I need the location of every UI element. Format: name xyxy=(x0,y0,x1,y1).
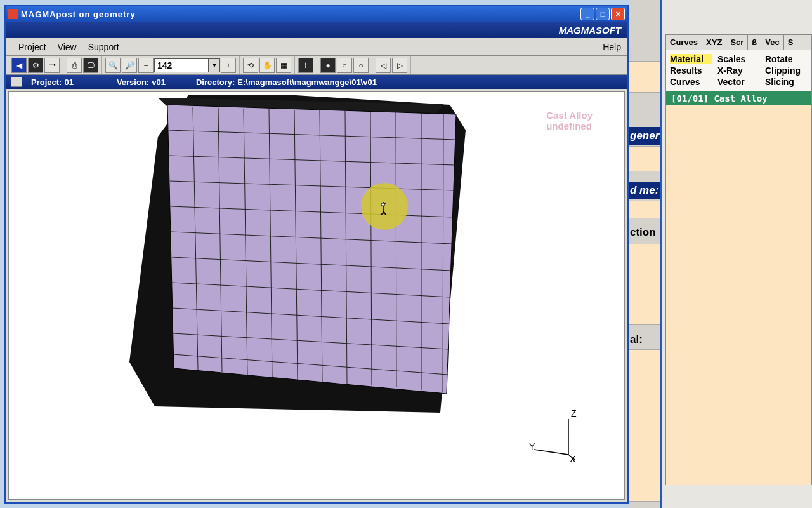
grid-material[interactable]: Material xyxy=(670,54,712,64)
directory-label: Directory: xyxy=(196,77,235,87)
tab-scr[interactable]: Scr xyxy=(726,35,748,50)
menu-help[interactable]: Help xyxy=(603,42,621,52)
zoom-dropdown[interactable]: ▼ xyxy=(209,58,220,72)
material-legend: Cast Alloy undefined xyxy=(546,110,593,131)
main-window: MAGMApost on geometry _ □ ✕ MAGMASOFT Pr… xyxy=(4,5,629,504)
grid-curves[interactable]: Curves xyxy=(670,77,712,87)
svg-line-26 xyxy=(534,450,568,455)
panel-tabs: Curves XYZ Scr ß Vec S xyxy=(666,35,811,50)
axis-z-label: Z xyxy=(571,410,577,418)
menu-view[interactable]: View xyxy=(58,42,77,52)
menubar: Project View Support Help xyxy=(6,38,627,56)
list-item-cast-alloy[interactable]: [01/01] Cast Alloy xyxy=(666,91,811,105)
viewport-container: Cast Alloy undefined Z Y X xyxy=(6,89,627,502)
window-title: MAGMApost on geometry xyxy=(21,10,580,19)
circle-icon[interactable]: ○ xyxy=(353,58,369,73)
door-icon[interactable]: ◀ xyxy=(11,58,27,73)
menu-support[interactable]: Support xyxy=(88,42,119,52)
tab-curves[interactable]: Curves xyxy=(666,35,702,50)
panel-button-grid: Material Scales Rotate Results X-Ray Cli… xyxy=(666,50,811,91)
gear-icon[interactable]: ⚙ xyxy=(28,58,43,73)
hex-icon[interactable]: ○ xyxy=(337,58,352,73)
zoom-out-icon[interactable]: 🔎 xyxy=(122,58,137,73)
svg-marker-2 xyxy=(167,105,456,394)
axis-x-label: X xyxy=(570,454,576,464)
version-label: Version: xyxy=(117,77,149,87)
maximize-button[interactable]: □ xyxy=(596,8,610,20)
grid-rotate[interactable]: Rotate xyxy=(765,54,808,64)
print-icon[interactable]: ⎙ xyxy=(67,58,82,73)
minus-icon[interactable]: − xyxy=(138,58,154,73)
viewport-3d[interactable]: Cast Alloy undefined Z Y X xyxy=(8,91,625,500)
window-buttons: _ □ ✕ xyxy=(580,8,625,20)
zoom-input[interactable] xyxy=(154,58,209,72)
material-list[interactable]: [01/01] Cast Alloy xyxy=(666,91,811,485)
project-value: 01 xyxy=(64,77,73,87)
svg-point-24 xyxy=(361,183,408,230)
version-value: v01 xyxy=(152,77,166,87)
brand-bar: MAGMASOFT xyxy=(6,22,627,38)
control-panel: Curves XYZ Scr ß Vec S Material Scales R… xyxy=(665,34,812,485)
menu-project[interactable]: Project xyxy=(18,42,46,52)
project-label: Project: xyxy=(31,77,62,87)
grid-slicing[interactable]: Slicing xyxy=(765,77,808,87)
plus-icon[interactable]: + xyxy=(221,58,236,73)
traffic-icon[interactable]: ⁞ xyxy=(298,58,313,73)
grid-results[interactable]: Results xyxy=(670,65,712,76)
brand-label: MAGMASOFT xyxy=(559,25,621,36)
collapse-icon[interactable] xyxy=(11,77,22,87)
grid-scales[interactable]: Scales xyxy=(717,54,760,64)
rotate-icon[interactable]: ⟲ xyxy=(243,58,258,73)
pan-icon[interactable]: ✋ xyxy=(259,58,275,73)
next-icon[interactable]: ▷ xyxy=(392,58,407,73)
model-geometry xyxy=(123,95,599,451)
legend-line2: undefined xyxy=(546,121,593,131)
toolbar: ◀ ⚙ ⭢ ⎙ 🖵 🔍 🔎 − ▼ + ⟲ ✋ ▦ ⁞ ● ○ ○ xyxy=(6,56,627,75)
zoom-in-icon[interactable]: 🔍 xyxy=(105,58,121,73)
background-window-fragment: gener d me: ction al: xyxy=(629,0,662,508)
tab-xyz[interactable]: XYZ xyxy=(702,35,726,50)
monitor-icon[interactable]: 🖵 xyxy=(83,58,98,73)
grid-xray[interactable]: X-Ray xyxy=(717,65,760,76)
prev-icon[interactable]: ◁ xyxy=(376,58,391,73)
legend-line1: Cast Alloy xyxy=(546,110,593,121)
tab-s[interactable]: S xyxy=(784,35,798,50)
tab-beta[interactable]: ß xyxy=(748,35,761,50)
filled-circle-icon[interactable]: ● xyxy=(320,58,336,73)
app-icon xyxy=(8,9,18,19)
axis-y-label: Y xyxy=(529,441,535,451)
grid-vector[interactable]: Vector xyxy=(717,77,760,87)
right-dock: gener d me: ction al: Curves XYZ Scr ß V… xyxy=(629,0,812,508)
info-bar: Project: 01 Version: v01 Directory: E:\m… xyxy=(6,75,627,89)
directory-value: E:\magmasoft\magmwangge\01\v01 xyxy=(237,77,377,87)
axis-orientation: Z Y X xyxy=(529,410,586,467)
tab-vec[interactable]: Vec xyxy=(761,35,783,50)
minimize-button[interactable]: _ xyxy=(580,8,594,20)
close-button[interactable]: ✕ xyxy=(611,8,625,20)
titlebar: MAGMApost on geometry _ □ ✕ xyxy=(6,6,627,22)
grid-clipping[interactable]: Clipping xyxy=(765,65,808,76)
run-icon[interactable]: ⭢ xyxy=(44,58,60,73)
box-icon[interactable]: ▦ xyxy=(276,58,291,73)
